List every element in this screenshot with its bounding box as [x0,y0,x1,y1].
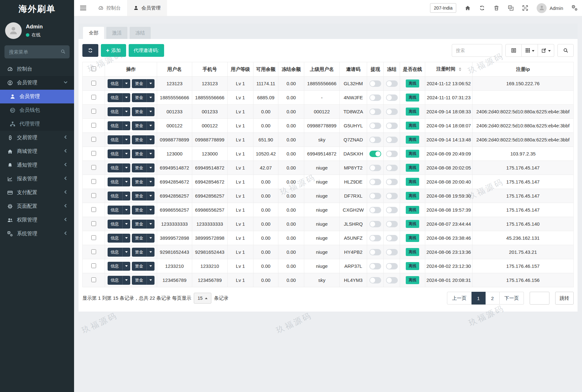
withdraw-toggle[interactable] [369,193,381,199]
withdraw-toggle[interactable] [369,137,381,143]
withdraw-toggle[interactable] [369,249,381,255]
sidebar-item-notifications[interactable]: 通知管理 [0,158,74,172]
columns-button[interactable] [522,44,538,57]
info-dropdown-button[interactable]: 信息 [108,149,130,158]
refresh-icon[interactable] [479,5,485,11]
funds-dropdown-button[interactable]: 资金 [132,248,155,257]
funds-dropdown-button[interactable]: 资金 [132,262,155,271]
info-dropdown-button[interactable]: 信息 [108,107,130,116]
row-checkbox[interactable] [91,179,96,184]
info-dropdown-button[interactable]: 信息 [108,220,130,229]
info-dropdown-button[interactable]: 信息 [108,121,130,130]
withdraw-toggle[interactable] [369,94,381,101]
fullscreen-icon[interactable] [522,5,528,11]
row-checkbox[interactable] [91,235,96,240]
freeze-toggle[interactable] [386,94,398,101]
freeze-toggle[interactable] [386,137,398,143]
info-dropdown-button[interactable]: 信息 [108,135,130,144]
withdraw-toggle[interactable] [369,151,381,157]
table-search-input[interactable] [452,44,502,57]
funds-dropdown-button[interactable]: 资金 [132,107,155,116]
prev-page-button[interactable]: 上一页 [447,292,472,305]
funds-dropdown-button[interactable]: 资金 [132,135,155,144]
row-checkbox[interactable] [91,263,96,268]
add-button[interactable]: +添加 [101,44,126,57]
funds-dropdown-button[interactable]: 资金 [132,220,155,229]
info-dropdown-button[interactable]: 信息 [108,206,130,215]
row-checkbox[interactable] [91,165,96,170]
trash-icon[interactable] [494,5,499,11]
freeze-toggle[interactable] [386,263,398,269]
row-checkbox[interactable] [91,151,96,156]
user-menu[interactable]: Admin [537,3,563,13]
detail-view-button[interactable] [505,44,522,57]
advanced-search-button[interactable] [557,44,574,57]
sidebar-item-permissions[interactable]: 权限管理 [0,213,74,227]
funds-dropdown-button[interactable]: 资金 [132,149,155,158]
info-dropdown-button[interactable]: 信息 [108,177,130,186]
withdraw-toggle[interactable] [369,80,381,87]
row-checkbox[interactable] [91,193,96,198]
funds-dropdown-button[interactable]: 资金 [132,206,155,215]
sidebar-item-mall[interactable]: 商城管理 [0,145,74,158]
funds-dropdown-button[interactable]: 资金 [132,192,155,200]
funds-dropdown-button[interactable]: 资金 [132,234,155,243]
sidebar-item-member-wallet[interactable]: 会员钱包 [0,103,74,117]
funds-dropdown-button[interactable]: 资金 [132,79,155,88]
sidebar-item-member-management[interactable]: 会员管理 [0,90,74,103]
language-icon[interactable] [508,5,514,11]
info-dropdown-button[interactable]: 信息 [108,262,130,271]
row-checkbox[interactable] [91,207,96,212]
row-checkbox[interactable] [91,95,96,100]
info-dropdown-button[interactable]: 信息 [108,276,130,285]
sidebar-item-reports[interactable]: 报表管理 [0,172,74,186]
row-checkbox[interactable] [91,249,96,254]
sidebar-search-input[interactable] [4,45,70,58]
row-checkbox[interactable] [91,277,96,282]
funds-dropdown-button[interactable]: 资金 [132,276,155,285]
agent-invite-code-button[interactable]: 代理邀请码: [129,44,164,57]
withdraw-toggle[interactable] [369,221,381,227]
funds-dropdown-button[interactable]: 资金 [132,177,155,186]
withdraw-toggle[interactable] [369,207,381,213]
row-checkbox[interactable] [91,81,96,86]
jump-page-input[interactable] [530,292,549,305]
funds-dropdown-button[interactable]: 资金 [132,121,155,130]
select-all-checkbox[interactable] [91,66,96,71]
sidebar-item-page-config[interactable]: 页面配置 [0,200,74,213]
tab-all[interactable]: 全部 [83,27,104,39]
tab-member-management[interactable]: 会员管理 [127,0,167,16]
freeze-toggle[interactable] [386,221,398,227]
row-checkbox[interactable] [91,123,96,128]
info-dropdown-button[interactable]: 信息 [108,163,130,172]
freeze-toggle[interactable] [386,193,398,199]
tab-frozen[interactable]: 冻结 [130,27,151,39]
info-dropdown-button[interactable]: 信息 [108,248,130,257]
sidebar-item-dashboard[interactable]: 控制台 [0,62,74,76]
tab-activated[interactable]: 激活 [106,27,127,39]
sidebar-toggle-button[interactable] [74,0,92,16]
withdraw-toggle[interactable] [369,179,381,185]
info-dropdown-button[interactable]: 信息 [108,93,130,102]
withdraw-toggle[interactable] [369,109,381,115]
freeze-toggle[interactable] [386,277,398,283]
jump-button[interactable]: 跳转 [555,292,574,305]
freeze-toggle[interactable] [386,109,398,115]
freeze-toggle[interactable] [386,235,398,241]
freeze-toggle[interactable] [386,123,398,129]
region-badge[interactable]: 207-India [430,3,456,13]
withdraw-toggle[interactable] [369,235,381,241]
home-icon[interactable] [465,5,471,11]
freeze-toggle[interactable] [386,151,398,157]
freeze-toggle[interactable] [386,179,398,185]
sidebar-item-agent-management[interactable]: 代理管理 [0,117,74,131]
freeze-toggle[interactable] [386,165,398,171]
withdraw-toggle[interactable] [369,123,381,129]
refresh-button[interactable] [82,44,98,57]
row-checkbox[interactable] [91,109,96,114]
funds-dropdown-button[interactable]: 资金 [132,163,155,172]
info-dropdown-button[interactable]: 信息 [108,234,130,243]
info-dropdown-button[interactable]: 信息 [108,79,130,88]
withdraw-toggle[interactable] [369,263,381,269]
row-checkbox[interactable] [91,221,96,226]
